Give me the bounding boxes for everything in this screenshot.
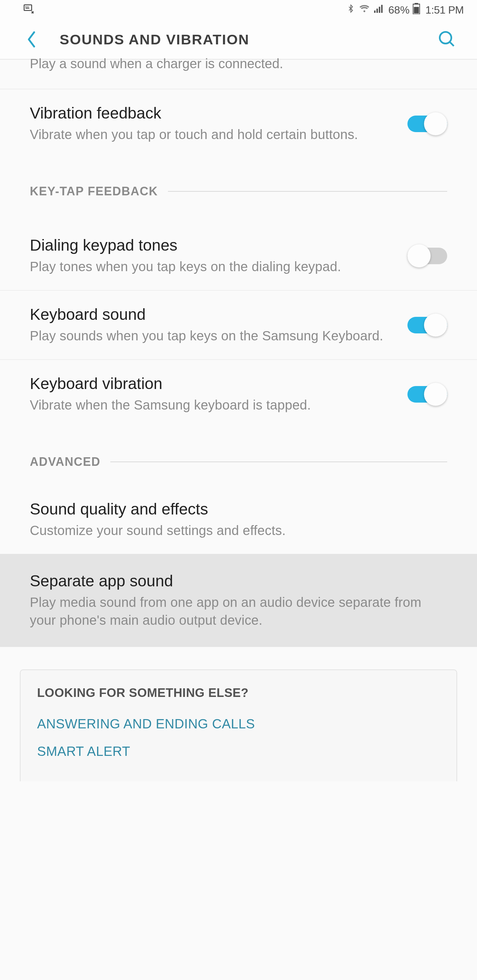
wifi-icon bbox=[358, 3, 370, 17]
link-smart-alert[interactable]: SMART ALERT bbox=[37, 744, 440, 759]
row-subtitle: Vibrate when the Samsung keyboard is tap… bbox=[30, 396, 394, 414]
row-subtitle: Play media sound from one app on an audi… bbox=[30, 593, 447, 629]
row-sound-quality-effects[interactable]: Sound quality and effects Customize your… bbox=[0, 485, 477, 554]
search-button[interactable] bbox=[437, 29, 457, 49]
toggle-vibration-feedback[interactable] bbox=[407, 112, 447, 135]
toggle-keyboard-sound[interactable] bbox=[407, 313, 447, 337]
row-title: Keyboard vibration bbox=[30, 374, 394, 393]
row-subtitle: Play tones when you tap keys on the dial… bbox=[30, 258, 394, 275]
signal-icon bbox=[374, 4, 385, 16]
status-bar: 68% 1:51 PM bbox=[0, 0, 477, 20]
toggle-keyboard-vibration[interactable] bbox=[407, 383, 447, 406]
section-label: KEY-TAP FEEDBACK bbox=[30, 185, 158, 198]
clock: 1:51 PM bbox=[425, 4, 464, 16]
related-heading: LOOKING FOR SOMETHING ELSE? bbox=[37, 686, 440, 700]
svg-point-13 bbox=[440, 32, 451, 44]
svg-rect-8 bbox=[379, 6, 380, 13]
row-subtitle: Play a sound when a charger is connected… bbox=[30, 56, 283, 71]
row-vibration-feedback[interactable]: Vibration feedback Vibrate when you tap … bbox=[0, 89, 477, 158]
row-title: Sound quality and effects bbox=[30, 500, 447, 518]
toggle-dialing-tones[interactable] bbox=[407, 244, 447, 267]
link-answering-ending-calls[interactable]: ANSWERING AND ENDING CALLS bbox=[37, 716, 440, 731]
settings-list: Play a sound when a charger is connected… bbox=[0, 60, 477, 781]
back-button[interactable] bbox=[23, 31, 40, 48]
svg-rect-9 bbox=[381, 5, 383, 13]
row-title: Vibration feedback bbox=[30, 104, 394, 122]
divider bbox=[168, 191, 447, 192]
section-header-keytap: KEY-TAP FEEDBACK bbox=[0, 158, 477, 205]
battery-pct: 68% bbox=[388, 4, 409, 16]
row-separate-app-sound[interactable]: Separate app sound Play media sound from… bbox=[0, 554, 477, 647]
svg-rect-7 bbox=[376, 9, 378, 13]
svg-rect-6 bbox=[374, 11, 376, 13]
row-title: Separate app sound bbox=[30, 572, 447, 590]
row-subtitle: Customize your sound settings and effect… bbox=[30, 522, 447, 539]
row-dialing-keypad-tones[interactable]: Dialing keypad tones Play tones when you… bbox=[0, 221, 477, 290]
row-subtitle: Play sounds when you tap keys on the Sam… bbox=[30, 327, 394, 345]
input-method-icon bbox=[23, 3, 34, 17]
page-title: SOUNDS AND VIBRATION bbox=[60, 32, 437, 48]
bluetooth-icon bbox=[346, 3, 355, 17]
row-title: Keyboard sound bbox=[30, 305, 394, 323]
battery-icon bbox=[413, 3, 420, 17]
section-header-advanced: ADVANCED bbox=[0, 428, 477, 476]
row-keyboard-sound[interactable]: Keyboard sound Play sounds when you tap … bbox=[0, 290, 477, 359]
row-keyboard-vibration[interactable]: Keyboard vibration Vibrate when the Sams… bbox=[0, 359, 477, 428]
divider bbox=[110, 461, 447, 462]
svg-rect-12 bbox=[414, 7, 419, 14]
app-bar: SOUNDS AND VIBRATION bbox=[0, 20, 477, 60]
related-settings-card: LOOKING FOR SOMETHING ELSE? ANSWERING AN… bbox=[20, 670, 457, 781]
row-subtitle: Vibrate when you tap or touch and hold c… bbox=[30, 126, 394, 143]
svg-line-14 bbox=[450, 42, 454, 46]
row-title: Dialing keypad tones bbox=[30, 236, 394, 254]
row-charging-sounds-partial[interactable]: Play a sound when a charger is connected… bbox=[0, 56, 477, 85]
section-label: ADVANCED bbox=[30, 455, 101, 469]
